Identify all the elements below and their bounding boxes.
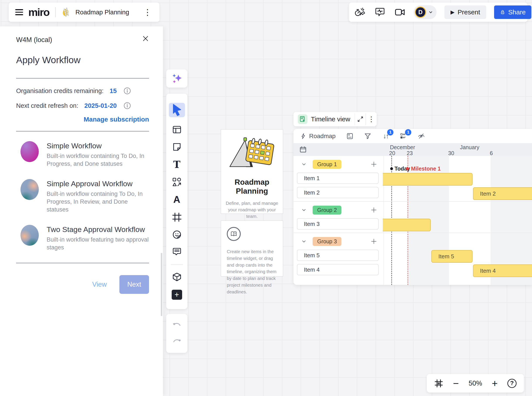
chevron-down-icon[interactable] (301, 207, 307, 213)
timeline-bar[interactable]: Item 2 (473, 187, 532, 200)
hide-icon[interactable] (417, 132, 425, 140)
next-button[interactable]: Next (119, 275, 149, 294)
present-button[interactable]: ▶ Present (444, 6, 486, 19)
timeline-group: Group 3Item 5Item 5Item 4Item 4 (293, 233, 532, 278)
timeline-group: Group 1Item 1Item 2Item 2 (293, 156, 532, 201)
date-tick: 23 (407, 150, 413, 156)
calendar-icon[interactable] (299, 146, 307, 154)
add-item-icon[interactable] (370, 161, 377, 168)
template-card-title: Roadmap Planning (225, 178, 279, 196)
item-card[interactable]: Item 3 (297, 218, 379, 230)
templates-tool[interactable] (172, 124, 182, 135)
notification-badge: 1 (387, 129, 393, 135)
timeline-bar[interactable] (383, 219, 431, 231)
card-view-icon[interactable] (346, 132, 354, 140)
account-menu[interactable]: D (414, 5, 437, 19)
creation-toolbar: TA+ (166, 94, 187, 309)
help-icon[interactable]: ? (507, 379, 516, 388)
info-icon[interactable] (123, 87, 131, 95)
frame-tool[interactable] (172, 212, 182, 222)
instructions-card[interactable]: Create new items in the timeline widget,… (221, 221, 283, 277)
undo-button[interactable] (172, 320, 182, 330)
filter-icon[interactable] (364, 132, 372, 140)
instructions-text: Create new items in the timeline widget,… (227, 248, 277, 295)
play-icon: ▶ (450, 9, 455, 15)
workflow-option[interactable]: Simple Approval WorkflowBuilt-in workflo… (16, 179, 149, 214)
zoom-in-icon[interactable]: + (492, 378, 498, 388)
workflow-description: Built-in workflow featuring two approval… (47, 236, 149, 251)
shapes-tool[interactable] (172, 177, 182, 187)
app-header-right: D ▶ Present Share (349, 3, 527, 22)
app-header-left: miro Roadmap Planning ⋮ (9, 3, 159, 22)
zoom-out-icon[interactable]: − (453, 378, 459, 388)
workflow-gradient-icon (20, 225, 39, 246)
date-tick: 20 (389, 150, 395, 156)
timeline-bar[interactable] (383, 173, 473, 186)
sticky-note-tool[interactable] (172, 142, 182, 152)
item-card[interactable]: Item 1 (297, 173, 379, 184)
group-badge[interactable]: Group 3 (313, 237, 341, 246)
panel-scrollbar[interactable] (161, 253, 162, 316)
manage-subscription-link[interactable]: Manage subscription (84, 116, 149, 123)
reactions-icon[interactable] (354, 6, 366, 18)
board-menu-icon[interactable]: ⋮ (142, 8, 153, 16)
timeline-widget: Roadmap ↓↑11 DecemberJanuary2023306 Toda… (293, 129, 532, 285)
workflow-option[interactable]: Simple WorkflowBuilt-in workflow contain… (16, 141, 149, 168)
board-title[interactable]: Roadmap Planning (75, 9, 129, 16)
add-item-icon[interactable] (370, 206, 377, 214)
roadmap-template-card[interactable]: Roadmap Planning Define, plan, and manag… (221, 129, 283, 214)
item-card[interactable]: Item 5 (297, 250, 379, 261)
apps-tool[interactable] (172, 272, 182, 282)
timeline-bar[interactable]: Item 4 (473, 264, 532, 277)
text-tool[interactable]: T (172, 159, 182, 170)
add-item-icon[interactable] (370, 238, 377, 245)
frames-panel-icon[interactable] (434, 379, 443, 388)
zoom-controls: − 50% + ? (427, 374, 524, 392)
timeline-row: Item 3 (293, 218, 532, 233)
ai-assist-button[interactable] (166, 70, 187, 87)
timeline-bar[interactable]: Item 5 (431, 250, 473, 263)
workflow-title: Simple Approval Workflow (47, 180, 149, 188)
comment-tool[interactable] (172, 247, 182, 257)
divider (16, 131, 149, 132)
chevron-down-icon[interactable] (301, 238, 307, 245)
pen-tool[interactable]: A (172, 194, 182, 205)
select-tool[interactable] (169, 103, 185, 117)
fields-icon[interactable]: 1 (400, 132, 407, 140)
workflow-gradient-icon (20, 179, 39, 200)
group-header: Group 2 (293, 202, 383, 218)
month-label: January (460, 144, 479, 151)
panel-app-title: W4M (local) (16, 36, 52, 44)
timeline-row: Item 5Item 5 (293, 250, 532, 264)
feedback-icon[interactable] (374, 6, 386, 18)
sticker-tool[interactable] (172, 229, 182, 240)
zoom-level[interactable]: 50% (469, 379, 482, 387)
apply-workflow-panel: W4M (local) Apply Workflow Organisation … (0, 26, 163, 396)
group-badge[interactable]: Group 2 (313, 206, 341, 215)
redo-button[interactable] (172, 337, 182, 347)
credits-row: Organisation credits remaining: 15 (16, 87, 149, 95)
expand-icon[interactable] (355, 112, 366, 126)
refresh-row: Next credit refresh on: 2025-01-20 (16, 102, 149, 110)
calendar-illustration (225, 134, 279, 171)
workflow-gradient-icon (20, 141, 39, 162)
item-card[interactable]: Item 4 (297, 264, 379, 275)
share-button[interactable]: Share (494, 6, 531, 19)
miro-logo[interactable]: miro (28, 6, 49, 18)
roadmap-mode-button[interactable]: Roadmap (300, 133, 335, 140)
timeline-group: Group 2Item 3 (293, 201, 532, 233)
group-badge[interactable]: Group 1 (313, 160, 341, 169)
chevron-down-icon[interactable] (301, 161, 307, 167)
item-card[interactable]: Item 2 (297, 187, 379, 198)
workflow-option[interactable]: Two Stage Approval WorkflowBuilt-in work… (16, 225, 149, 251)
info-icon[interactable] (123, 102, 131, 110)
sort-icon[interactable]: ↓↑1 (382, 132, 390, 140)
timeline-view-label-area[interactable]: Timeline view (293, 112, 355, 126)
main-menu-icon[interactable] (15, 9, 23, 15)
more-tools[interactable]: + (172, 290, 182, 300)
video-icon[interactable] (394, 6, 406, 18)
close-icon[interactable] (142, 35, 149, 42)
widget-menu-icon[interactable]: ⋮ (366, 112, 377, 126)
timeline-row: Item 2Item 2 (293, 187, 532, 201)
view-button[interactable]: View (92, 280, 107, 288)
